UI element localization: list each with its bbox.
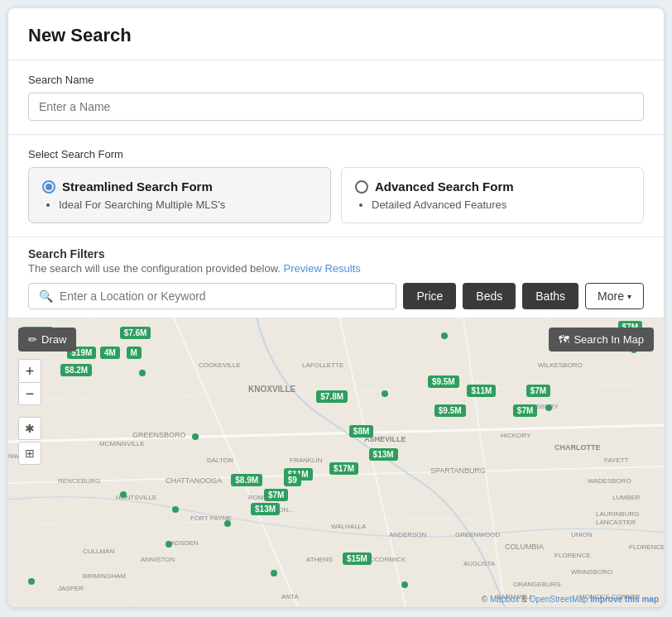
search-name-label: Search Name [28, 74, 644, 86]
svg-text:ANNISTON: ANNISTON [141, 556, 175, 563]
pencil-icon: ✏ [28, 333, 37, 346]
dot-marker [166, 541, 172, 548]
svg-text:TUSCALOOSA: TUSCALOOSA [25, 605, 70, 607]
location-input[interactable] [60, 289, 386, 303]
svg-text:WALHALLA: WALHALLA [331, 523, 367, 530]
svg-text:DALTON: DALTON [207, 457, 233, 464]
search-name-section: Search Name [8, 60, 664, 135]
price-marker: M [127, 347, 142, 359]
dot-marker [401, 581, 408, 588]
dot-marker [441, 332, 448, 339]
svg-text:COOKEVILLE: COOKEVILLE [199, 361, 241, 369]
svg-text:LENDALE: LENDALE [505, 605, 535, 607]
dot-marker [382, 390, 388, 397]
dot-marker [120, 491, 127, 498]
compass-tool-button[interactable]: ✱ [18, 417, 41, 440]
price-marker: $17M [329, 462, 358, 475]
draw-button[interactable]: ✏ Draw [18, 328, 76, 352]
zoom-out-button[interactable]: − [18, 382, 41, 405]
zoom-in-button[interactable]: + [18, 359, 41, 382]
page-header: New Search [8, 8, 664, 60]
search-bar-row: 🔍 Price Beds Baths More ▾ [28, 283, 644, 318]
svg-text:LAFOLLETTE: LAFOLLETTE [302, 361, 343, 369]
baths-button[interactable]: Baths [522, 283, 578, 309]
svg-text:CULLMAN: CULLMAN [83, 548, 114, 555]
price-marker: 4M [100, 347, 120, 359]
streamlined-option[interactable]: Streamlined Search Form Ideal For Search… [28, 167, 331, 223]
price-marker: $7.8M [316, 390, 348, 403]
advanced-radio [355, 180, 368, 194]
price-marker: $9 [284, 474, 301, 486]
svg-text:WINNSBORO: WINNSBORO [571, 568, 612, 576]
price-marker: $8.2M [60, 364, 92, 376]
streamlined-radio [42, 180, 55, 194]
search-name-input[interactable] [28, 93, 644, 121]
dot-marker [28, 578, 35, 585]
svg-text:ANTA: ANTA [281, 593, 299, 600]
svg-text:RENCEBURG: RENCEBURG [58, 477, 100, 485]
svg-text:ATHENS: ATHENS [306, 556, 333, 563]
price-marker: $7M [264, 489, 288, 501]
svg-text:GREENWOOD: GREENWOOD [455, 531, 500, 538]
svg-text:JASPER: JASPER [58, 585, 84, 592]
search-filters-section: Search Filters The search will use the c… [8, 237, 664, 318]
price-button[interactable]: Price [403, 283, 456, 309]
streamlined-bullets: Ideal For Searching Multiple MLS's [42, 198, 317, 211]
advanced-option[interactable]: Advanced Search Form Detailed Advanced F… [341, 167, 644, 223]
svg-text:LAURINBURG: LAURINBURG [596, 510, 639, 518]
price-marker: $13M [251, 503, 280, 515]
preview-results-link[interactable]: Preview Results [284, 262, 361, 275]
mapbox-link[interactable]: Mapbox [490, 595, 520, 604]
svg-text:BIRMINGHAM: BIRMINGHAM [83, 572, 126, 580]
map-attribution: © Mapbox & OpenStreetMap Improve this ma… [482, 595, 659, 604]
price-marker: $7M [526, 385, 550, 397]
price-marker: $9.5M [428, 375, 459, 388]
main-container: New Search Search Name Select Search For… [8, 8, 664, 607]
svg-text:CHATTANOOGA: CHATTANOOGA [166, 476, 222, 485]
dot-marker [271, 570, 277, 576]
svg-text:SHADY DALE: SHADY DALE [298, 605, 340, 607]
svg-text:WADESBORO: WADESBORO [588, 477, 631, 485]
improve-map-link[interactable]: Improve this map [590, 595, 659, 604]
svg-text:SPARTANBURG: SPARTANBURG [430, 466, 486, 475]
select-search-form-section: Select Search Form Streamlined Search Fo… [8, 135, 664, 237]
location-input-wrap[interactable]: 🔍 [28, 283, 396, 309]
search-icon: 🔍 [39, 289, 53, 303]
svg-text:UNION: UNION [571, 531, 593, 538]
svg-text:FLORENCE: FLORENCE [629, 543, 664, 551]
svg-text:WILKESBORO: WILKESBORO [538, 361, 583, 369]
svg-text:LAGRANGE: LAGRANGE [157, 605, 194, 607]
svg-text:LANCASTER: LANCASTER [596, 519, 636, 526]
select-form-label: Select Search Form [28, 148, 644, 160]
beds-button[interactable]: Beds [463, 283, 516, 309]
svg-text:CHARLOTTE: CHARLOTTE [554, 443, 601, 452]
layers-icon: ⊞ [25, 447, 35, 460]
price-marker: $15M [343, 552, 372, 565]
svg-text:LUMBER: LUMBER [612, 494, 641, 501]
compass-icon: ✱ [25, 422, 35, 435]
svg-text:FAYETT: FAYETT [604, 457, 629, 464]
map-tool-group: ✱ ⊞ [18, 417, 41, 465]
chevron-down-icon: ▾ [627, 292, 631, 301]
svg-text:MYR...: MYR... [612, 605, 632, 607]
layer-tool-button[interactable]: ⊞ [18, 442, 41, 465]
dot-marker [172, 506, 179, 513]
more-button[interactable]: More ▾ [585, 283, 644, 309]
svg-text:HICKORY: HICKORY [501, 432, 531, 439]
zoom-controls: + − [18, 359, 41, 405]
price-marker: $7.6M [120, 327, 151, 339]
price-marker: $7M [513, 404, 537, 417]
search-in-map-button[interactable]: 🗺 Search In Map [549, 328, 654, 352]
search-form-options: Streamlined Search Form Ideal For Search… [28, 167, 644, 223]
filters-title: Search Filters [28, 247, 644, 261]
svg-text:ORANGEBURG: ORANGEBURG [513, 581, 561, 588]
price-marker: $11M [467, 385, 496, 397]
svg-text:ANDERSON: ANDERSON [389, 531, 427, 538]
streamlined-option-title: Streamlined Search Form [42, 179, 317, 194]
svg-text:COLUMBIA: COLUMBIA [505, 543, 544, 551]
svg-text:AUGUSTA: AUGUSTA [463, 560, 496, 567]
svg-text:MACON: MACON [240, 605, 265, 607]
osm-link[interactable]: OpenStreetMap [530, 595, 588, 604]
map-container: GREENSBORO MCMINNVILLE KNOXVILLE COOKEVI… [8, 318, 664, 607]
page-title: New Search [28, 25, 644, 46]
